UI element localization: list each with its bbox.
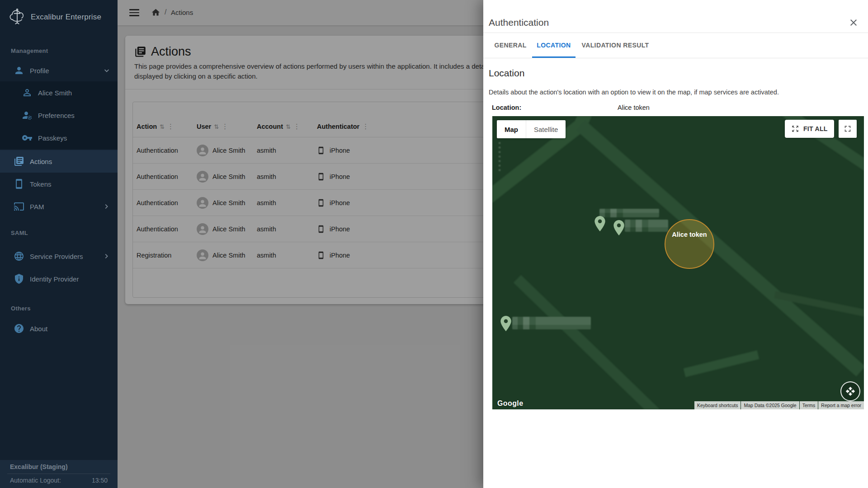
sidebar-item-about[interactable]: About xyxy=(0,317,118,340)
sidebar-item-label: About xyxy=(30,325,47,333)
section-heading: Location xyxy=(489,68,524,79)
brand-name: Excalibur Enterprise xyxy=(31,13,101,22)
fullscreen-button[interactable] xyxy=(839,120,857,138)
report-map-error-link[interactable]: Report a map error xyxy=(818,401,864,409)
google-logo: Google xyxy=(497,399,524,408)
map-pin-icon[interactable] xyxy=(500,316,512,331)
environment-label: Excalibur (Staging) xyxy=(10,463,68,470)
auto-logout-label: Automatic Logout: xyxy=(10,477,61,484)
section-saml: SAML xyxy=(11,230,28,236)
sidebar-item-identity-provider[interactable]: Identity Provider xyxy=(0,267,118,290)
google-map[interactable]: Alice token Map Satellite FIT ALL Google… xyxy=(492,116,864,409)
token-location-label: Alice token xyxy=(665,231,713,238)
blurred-map-label xyxy=(599,209,659,217)
sidebar-item-preferences[interactable]: Preferences xyxy=(0,104,118,127)
person-outline-icon xyxy=(22,87,33,98)
tabs-divider xyxy=(483,58,868,58)
pan-map-button[interactable] xyxy=(840,381,860,401)
sidebar-item-label: PAM xyxy=(30,203,44,211)
sidebar-item-label: Profile xyxy=(30,67,49,75)
profile-submenu: Alice Smith Preferences Passkeys xyxy=(0,81,118,149)
person-gear-icon xyxy=(22,110,33,121)
map-type-satellite-button[interactable]: Satellite xyxy=(526,120,566,138)
blurred-map-label xyxy=(512,317,591,329)
fit-all-button[interactable]: FIT ALL xyxy=(785,120,834,138)
sidebar-item-tokens[interactable]: Tokens xyxy=(0,173,118,195)
chevron-down-icon xyxy=(102,66,111,75)
sidebar-item-pam[interactable]: PAM xyxy=(0,195,118,218)
brand: Excalibur Enterprise xyxy=(0,5,118,30)
zoom-out-map-icon xyxy=(791,125,799,133)
field-value: Alice token xyxy=(618,104,650,111)
section-description: Details about the action's location with… xyxy=(489,89,779,96)
map-type-control: Map Satellite xyxy=(497,120,566,138)
sidebar-item-profile[interactable]: Profile xyxy=(0,60,118,81)
map-data-label: Map Data ©2025 Google xyxy=(741,401,799,409)
sidebar-item-actions[interactable]: Actions xyxy=(0,150,118,173)
map-pin-icon[interactable] xyxy=(594,216,606,231)
map-pin-icon[interactable] xyxy=(613,220,625,235)
keyboard-shortcuts-link[interactable]: Keyboard shortcuts xyxy=(694,401,741,409)
terms-link[interactable]: Terms xyxy=(800,401,818,409)
chevron-right-icon xyxy=(102,202,111,211)
app-screen: Excalibur Enterprise Management Profile … xyxy=(0,0,868,488)
sidebar: Excalibur Enterprise Management Profile … xyxy=(0,0,118,488)
library-books-icon xyxy=(14,156,24,167)
help-icon xyxy=(14,323,24,334)
location-field: Location: Alice token xyxy=(492,104,854,111)
section-others: Others xyxy=(11,305,31,312)
tab-location[interactable]: LOCATION xyxy=(532,33,576,58)
sidebar-item-label: Passkeys xyxy=(38,134,67,142)
close-button[interactable] xyxy=(847,16,860,29)
blurred-map-label xyxy=(625,220,668,232)
chevron-right-icon xyxy=(102,252,111,261)
sidebar-item-label: Alice Smith xyxy=(38,89,72,97)
dialog-title: Authentication xyxy=(489,17,549,28)
sidebar-item-service-providers[interactable]: Service Providers xyxy=(0,245,118,267)
cast-screen-icon xyxy=(14,201,24,212)
tab-validation-result[interactable]: VALIDATION RESULT xyxy=(576,33,655,58)
move-arrows-icon xyxy=(845,386,855,396)
map-attribution: Keyboard shortcuts Map Data ©2025 Google… xyxy=(694,401,864,409)
key-icon xyxy=(22,132,33,143)
sidebar-item-label: Service Providers xyxy=(30,253,83,260)
globe-icon xyxy=(14,251,24,262)
person-icon xyxy=(14,65,24,76)
footer-divider xyxy=(7,474,110,474)
sidebar-item-label: Actions xyxy=(30,158,52,165)
dialog-tabs: GENERAL LOCATION VALIDATION RESULT xyxy=(489,33,655,58)
sidebar-item-alice-smith[interactable]: Alice Smith xyxy=(0,81,118,104)
auto-logout-timer: 13:50 xyxy=(92,477,108,484)
smartphone-icon xyxy=(14,178,24,189)
action-detail-dialog: Authentication GENERAL LOCATION VALIDATI… xyxy=(483,0,868,488)
section-management: Management xyxy=(11,47,48,54)
token-location-circle[interactable]: Alice token xyxy=(665,219,714,269)
close-icon xyxy=(848,17,859,28)
sidebar-footer: Excalibur (Staging) Automatic Logout: 13… xyxy=(0,460,118,488)
fullscreen-icon xyxy=(843,124,853,134)
excalibur-logo-icon xyxy=(7,7,27,27)
map-type-map-button[interactable]: Map xyxy=(497,120,526,138)
tab-general[interactable]: GENERAL xyxy=(489,33,532,58)
sidebar-item-label: Identity Provider xyxy=(30,275,79,283)
sidebar-item-label: Tokens xyxy=(30,180,52,188)
shield-info-icon xyxy=(14,273,24,284)
field-label: Location: xyxy=(492,104,618,111)
sidebar-item-passkeys[interactable]: Passkeys xyxy=(0,127,118,149)
sidebar-item-label: Preferences xyxy=(38,112,75,119)
